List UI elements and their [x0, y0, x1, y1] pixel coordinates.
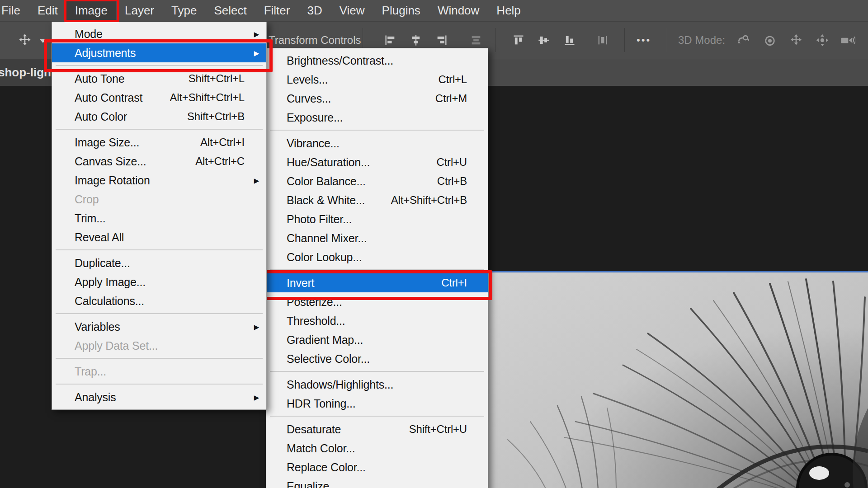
- menu-item-desaturate[interactable]: DesaturateShift+Ctrl+U: [266, 420, 488, 439]
- menu-item-shortcut: Ctrl+M: [435, 92, 467, 105]
- menu-item-auto-contrast[interactable]: Auto ContrastAlt+Shift+Ctrl+L: [52, 88, 266, 107]
- menu-item-label: Trim...: [75, 212, 106, 225]
- menu-item-match-color[interactable]: Match Color...: [266, 439, 488, 458]
- menu-item-trap[interactable]: Trap...: [52, 362, 266, 381]
- adjustments-submenu-panel: Brightness/Contrast...Levels...Ctrl+LCur…: [266, 48, 488, 488]
- menubar-item-edit[interactable]: Edit: [29, 1, 66, 20]
- menu-item-apply-image[interactable]: Apply Image...: [52, 272, 266, 291]
- menu-item-threshold[interactable]: Threshold...: [266, 311, 488, 330]
- menu-item-levels[interactable]: Levels...Ctrl+L: [266, 70, 488, 89]
- menu-item-label: Brightness/Contrast...: [287, 54, 393, 67]
- align-bottom-edges-icon[interactable]: [562, 33, 577, 48]
- pan-3d-camera-icon[interactable]: [788, 33, 804, 48]
- menu-item-label: Levels...: [287, 73, 328, 86]
- menu-item-brightness-contrast[interactable]: Brightness/Contrast...: [266, 51, 488, 70]
- tool-preset-chevron-icon[interactable]: [40, 39, 46, 43]
- orbit-3d-camera-icon[interactable]: [736, 33, 751, 48]
- menu-item-canvas-size[interactable]: Canvas Size...Alt+Ctrl+C: [52, 152, 266, 171]
- menu-item-color-balance[interactable]: Color Balance...Ctrl+B: [266, 172, 488, 191]
- menu-item-variables[interactable]: Variables▶: [52, 317, 266, 336]
- menu-item-photo-filter[interactable]: Photo Filter...: [266, 210, 488, 229]
- menu-item-calculations[interactable]: Calculations...: [52, 291, 266, 310]
- camera-3d-icon[interactable]: [840, 33, 855, 48]
- menu-item-channel-mixer[interactable]: Channel Mixer...: [266, 229, 488, 248]
- menubar-item-image[interactable]: Image: [66, 1, 116, 20]
- menubar-item-window[interactable]: Window: [429, 1, 488, 20]
- menubar-item-view[interactable]: View: [331, 1, 373, 20]
- align-right-edges-icon[interactable]: [434, 33, 449, 48]
- menu-item-shortcut: Ctrl+U: [437, 156, 467, 169]
- menu-item-auto-color[interactable]: Auto ColorShift+Ctrl+B: [52, 107, 266, 126]
- menu-item-mode[interactable]: Mode▶: [52, 24, 266, 43]
- menu-item-trim[interactable]: Trim...: [52, 209, 266, 228]
- menu-item-label: Hue/Saturation...: [287, 156, 370, 169]
- menu-item-label: Color Balance...: [287, 175, 366, 188]
- align-vertical-centers-icon[interactable]: [536, 33, 552, 48]
- menu-item-auto-tone[interactable]: Auto ToneShift+Ctrl+L: [52, 69, 266, 88]
- distribute-vertical-centers-icon[interactable]: [468, 33, 484, 48]
- menu-item-gradient-map[interactable]: Gradient Map...: [266, 330, 488, 349]
- menu-separator: [52, 62, 266, 69]
- distribute-horizontal-centers-icon[interactable]: [595, 33, 610, 48]
- more-options-icon[interactable]: •••: [637, 34, 651, 46]
- mode-3d-label: 3D Mode:: [678, 34, 725, 47]
- menu-item-shadows-highlights[interactable]: Shadows/Highlights...: [266, 375, 488, 394]
- menu-item-label: HDR Toning...: [287, 397, 356, 410]
- menu-item-shortcut: Ctrl+I: [441, 277, 467, 289]
- menu-item-hue-saturation[interactable]: Hue/Saturation...Ctrl+U: [266, 153, 488, 172]
- menubar-item-plugins[interactable]: Plugins: [373, 1, 429, 20]
- move-tool-icon[interactable]: [17, 33, 33, 48]
- menu-item-adjustments[interactable]: Adjustments▶: [52, 43, 266, 62]
- menu-item-duplicate[interactable]: Duplicate...: [52, 253, 266, 272]
- slide-3d-camera-icon[interactable]: [815, 33, 830, 48]
- menu-item-invert[interactable]: InvertCtrl+I: [266, 273, 488, 292]
- menubar-item-layer[interactable]: Layer: [116, 1, 163, 20]
- menu-item-hdr-toning[interactable]: HDR Toning...: [266, 394, 488, 413]
- menubar-item-file[interactable]: File: [0, 1, 29, 20]
- menu-item-replace-color[interactable]: Replace Color...: [266, 458, 488, 477]
- menu-item-label: Apply Data Set...: [75, 339, 158, 352]
- menu-item-vibrance[interactable]: Vibrance...: [266, 134, 488, 153]
- menu-item-label: Selective Color...: [287, 352, 370, 366]
- menu-item-selective-color[interactable]: Selective Color...: [266, 349, 488, 368]
- menu-item-black-white[interactable]: Black & White...Alt+Shift+Ctrl+B: [266, 191, 488, 210]
- menu-item-posterize[interactable]: Posterize...: [266, 292, 488, 311]
- menu-item-crop[interactable]: Crop: [52, 190, 266, 209]
- roll-3d-camera-icon[interactable]: [762, 33, 778, 48]
- menu-item-shortcut: Alt+Ctrl+C: [195, 155, 245, 168]
- menu-separator: [266, 267, 488, 273]
- align-top-edges-icon[interactable]: [511, 33, 526, 48]
- toolbar-separator: [495, 28, 496, 52]
- menu-item-shortcut: Alt+Shift+Ctrl+B: [391, 194, 467, 206]
- align-horizontal-centers-icon[interactable]: [408, 33, 424, 48]
- menu-item-label: Color Lookup...: [287, 251, 362, 264]
- menu-item-label: Shadows/Highlights...: [287, 378, 393, 391]
- menu-item-color-lookup[interactable]: Color Lookup...: [266, 248, 488, 267]
- menu-item-curves[interactable]: Curves...Ctrl+M: [266, 89, 488, 108]
- menu-item-label: Analysis: [75, 391, 116, 404]
- menu-item-apply-data-set[interactable]: Apply Data Set...: [52, 336, 266, 355]
- menu-item-shortcut: Shift+Ctrl+U: [409, 423, 467, 436]
- menu-item-label: Photo Filter...: [287, 213, 352, 226]
- menubar-item-3d[interactable]: 3D: [298, 1, 330, 20]
- menubar-item-type[interactable]: Type: [163, 1, 205, 20]
- annotation-box-image-menu: [64, 0, 119, 22]
- menubar-item-help[interactable]: Help: [488, 1, 529, 20]
- menu-item-analysis[interactable]: Analysis▶: [52, 388, 266, 407]
- menu-item-exposure[interactable]: Exposure...: [266, 108, 488, 127]
- menu-item-label: Gradient Map...: [287, 333, 363, 347]
- menu-item-label: Posterize...: [287, 296, 342, 309]
- align-left-edges-icon[interactable]: [382, 33, 398, 48]
- submenu-arrow-icon: ▶: [251, 31, 259, 38]
- menu-separator: [52, 247, 266, 253]
- transform-controls-label[interactable]: Transform Controls: [269, 34, 361, 47]
- menu-item-shortcut: Shift+Ctrl+B: [187, 110, 245, 123]
- menu-item-equalize[interactable]: Equalize: [266, 477, 488, 488]
- menu-item-reveal-all[interactable]: Reveal All: [52, 228, 266, 247]
- menu-item-image-rotation[interactable]: Image Rotation▶: [52, 171, 266, 190]
- menubar-item-select[interactable]: Select: [205, 1, 255, 20]
- menubar-item-filter[interactable]: Filter: [255, 1, 299, 20]
- menu-item-image-size[interactable]: Image Size...Alt+Ctrl+I: [52, 133, 266, 152]
- menu-item-label: Match Color...: [287, 442, 355, 455]
- menu-item-label: Apply Image...: [75, 276, 146, 289]
